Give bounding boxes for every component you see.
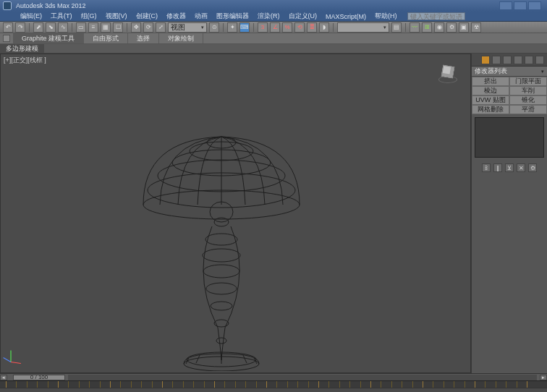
time-slider[interactable]: ◂ 0 / 100 ▸ (0, 373, 547, 380)
panel-tab-display[interactable] (525, 56, 533, 64)
scale-button[interactable]: ⤢ (156, 22, 166, 33)
viewcube[interactable] (438, 64, 457, 83)
select-region-button[interactable]: ▦ (101, 22, 111, 33)
menu-rendering[interactable]: 渲染(R) (253, 12, 284, 21)
menu-modifiers[interactable]: 修改器 (162, 12, 190, 21)
svg-point-10 (203, 249, 240, 262)
render-button[interactable]: ☢ (471, 22, 481, 33)
menu-tools[interactable]: 工具(T) (46, 12, 77, 21)
time-slider-knob[interactable]: 0 / 100 (13, 375, 65, 380)
sub-ribbon: 多边形建模 (0, 44, 547, 54)
schematic-view-button[interactable]: ⊞ (422, 22, 432, 33)
modifier-btn-mesh-delete[interactable]: 网格删除 (472, 105, 509, 114)
panel-tab-hierarchy[interactable] (503, 56, 512, 64)
app-icon[interactable] (3, 1, 12, 10)
chevron-down-icon: ▾ (383, 25, 386, 30)
menu-create[interactable]: 创建(C) (132, 12, 163, 21)
modifier-btn-uvw-map[interactable]: UVW 贴图 (472, 95, 509, 105)
undo-button[interactable]: ↶ (3, 22, 13, 33)
svg-point-15 (216, 338, 226, 344)
menu-help[interactable]: 帮助(H) (370, 12, 402, 21)
use-pivot-button[interactable]: ⊙ (209, 22, 219, 33)
layer-manager-button[interactable]: ▤ (391, 22, 402, 33)
select-button[interactable]: ▭ (76, 22, 86, 33)
ribbon-lead (0, 35, 13, 42)
remove-modifier-button[interactable]: ✕ (517, 163, 525, 172)
axis-y-icon (11, 351, 12, 362)
ribbon-tab-freeform[interactable]: 自由形式 (84, 33, 128, 43)
ribbon-tab-selection[interactable]: 选择 (128, 33, 159, 43)
modifier-btn-smooth[interactable]: 平滑 (509, 105, 547, 114)
menu-customize[interactable]: 自定义(U) (284, 12, 322, 21)
modifier-list-label: 修改器列表 (475, 67, 507, 76)
modifier-btn-taper[interactable]: 锥化 (509, 95, 547, 105)
toolbar-separator (29, 23, 30, 32)
configure-sets-button[interactable]: ⚙ (528, 163, 537, 172)
modifier-btn-threshold-plane[interactable]: 门限平面 (509, 77, 547, 86)
menu-animation[interactable]: 动画 (190, 12, 212, 21)
modifier-btn-lathe[interactable]: 车削 (509, 86, 547, 95)
main-toolbar: ↶ ↷ ⬈ ⬊ ∿ ▭ ≡ ▦ ☐ ✥ ⟳ ⤢ 视图 ▾ ⊙ ✦ ⌨ 3 ∠ %… (0, 22, 547, 33)
menu-group[interactable]: 组(G) (77, 12, 101, 21)
menu-views[interactable]: 视图(V) (101, 12, 132, 21)
window-crossing-button[interactable]: ☐ (113, 22, 123, 33)
panel-tab-utilities[interactable] (535, 56, 544, 64)
viewport-label[interactable]: [+][正交][线框 ] (4, 56, 46, 65)
spinner-snap-button[interactable]: ⟲ (294, 22, 305, 33)
keyboard-shortcut-button[interactable]: ⌨ (239, 22, 250, 33)
reference-coord-label: 视图 (171, 22, 185, 33)
named-selection-dropdown[interactable]: ▾ (337, 22, 389, 33)
maximize-button[interactable] (514, 1, 527, 10)
pin-stack-button[interactable]: ⫖ (482, 163, 491, 172)
axis-gizmo (8, 348, 25, 365)
ribbon-icon (3, 35, 10, 42)
menu-graph-editors[interactable]: 图形编辑器 (212, 12, 253, 21)
unlink-button[interactable]: ⬊ (46, 22, 56, 33)
snap-toggle-button[interactable]: 3 (258, 22, 268, 33)
move-button[interactable]: ✥ (131, 22, 141, 33)
percent-snap-button[interactable]: % (282, 22, 292, 33)
timeline-ruler[interactable] (0, 380, 547, 388)
redo-button[interactable]: ↷ (15, 22, 25, 33)
mirror-button[interactable]: ◗ (319, 22, 329, 33)
menu-edit[interactable]: 编辑(E) (16, 12, 46, 21)
panel-tab-modify[interactable] (492, 56, 501, 64)
toolbar-separator (333, 23, 334, 32)
menu-bar: 编辑(E) 工具(T) 组(G) 视图(V) 创建(C) 修改器 动画 图形编辑… (0, 12, 547, 22)
modifier-btn-extrude[interactable]: 挤出 (472, 77, 509, 86)
reference-coord-dropdown[interactable]: 视图 ▾ (168, 22, 207, 33)
show-end-result-button[interactable]: ‖ (493, 163, 502, 172)
time-next-button[interactable]: ▸ (540, 375, 547, 380)
rendered-frame-button[interactable]: ▣ (459, 22, 469, 33)
link-button[interactable]: ⬈ (33, 22, 43, 33)
minimize-button[interactable] (499, 1, 512, 10)
make-unique-button[interactable]: ⊻ (505, 163, 514, 172)
svg-line-19 (196, 355, 200, 363)
viewport[interactable]: [+][正交][线框 ] (0, 54, 471, 373)
ribbon-tab-graphite[interactable]: Graphite 建模工具 (13, 33, 84, 43)
close-button[interactable] (528, 1, 541, 10)
modifier-list-dropdown[interactable]: 修改器列表 ▾ (472, 67, 547, 77)
viewport-object-lamp[interactable] (131, 118, 312, 371)
render-setup-button[interactable]: ⚙ (446, 22, 457, 33)
modifier-stack-preview (475, 117, 544, 158)
rotate-button[interactable]: ⟳ (143, 22, 153, 33)
select-name-button[interactable]: ≡ (88, 22, 98, 33)
panel-tab-create[interactable] (481, 56, 490, 64)
svg-point-12 (206, 283, 237, 294)
angle-snap-button[interactable]: ∠ (270, 22, 280, 33)
material-editor-button[interactable]: ◉ (434, 22, 444, 33)
menu-search-input[interactable] (407, 12, 465, 20)
bind-spacewarp-button[interactable]: ∿ (58, 22, 68, 33)
ribbon-tab-object-paint[interactable]: 对象绘制 (159, 33, 203, 43)
select-manipulate-button[interactable]: ✦ (227, 22, 237, 33)
menu-maxscript[interactable]: MAXScript(M) (321, 13, 370, 20)
time-prev-button[interactable]: ◂ (0, 375, 7, 380)
named-selection-button[interactable]: ≣ (307, 22, 317, 33)
title-bar: Autodesk 3ds Max 2012 (0, 0, 547, 12)
time-slider-track[interactable] (68, 375, 537, 380)
modifier-btn-edge[interactable]: 棱边 (472, 86, 509, 95)
subribbon-polymodel[interactable]: 多边形建模 (0, 44, 44, 53)
curve-editor-button[interactable]: 〰 (410, 22, 420, 33)
panel-tab-motion[interactable] (514, 56, 522, 64)
